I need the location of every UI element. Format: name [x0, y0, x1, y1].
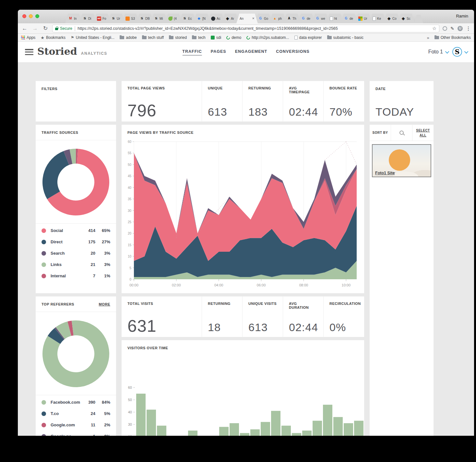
- browser-tab[interactable]: Ac: [208, 14, 225, 23]
- tab-close-icon[interactable]: ✕: [252, 17, 255, 20]
- search-button[interactable]: [391, 125, 412, 141]
- legend-row[interactable]: T.co245%: [42, 408, 110, 419]
- browser-tab[interactable]: S3: [122, 14, 139, 23]
- bookmark-item[interactable]: adobe: [120, 35, 137, 40]
- browser-menu-icon[interactable]: ⋮: [466, 26, 471, 31]
- browser-tab-active[interactable]: An✕: [236, 14, 258, 23]
- reload-button[interactable]: ↻: [42, 25, 49, 32]
- legend-row[interactable]: Social41465%: [42, 225, 110, 236]
- bookmark-star-icon[interactable]: ☆: [432, 26, 436, 31]
- bookmark-item[interactable]: subatomic - basic: [327, 35, 363, 40]
- svg-text:04:00: 04:00: [214, 283, 223, 287]
- svg-text:00:00: 00:00: [129, 283, 138, 287]
- legend-row[interactable]: Links213%: [42, 259, 110, 270]
- address-bar[interactable]: Secure | https://n2ps.storied.co/statist…: [52, 25, 439, 32]
- browser-profile-name[interactable]: Ramin: [456, 14, 468, 18]
- browser-tab[interactable]: SEc: [179, 14, 196, 23]
- close-window-button[interactable]: [22, 14, 26, 18]
- bookmark-item[interactable]: ⚑United States - Engli...: [71, 35, 114, 40]
- avatar[interactable]: S: [452, 47, 462, 57]
- legend-row[interactable]: Search203%: [42, 248, 110, 259]
- back-button[interactable]: ←: [21, 25, 28, 32]
- bookmark-label: tech stuff: [148, 35, 164, 40]
- browser-tab[interactable]: SUr: [108, 14, 125, 23]
- document-icon: [294, 36, 298, 40]
- green-spiral-icon: [226, 35, 231, 40]
- browser-tab[interactable]: Ke: [369, 14, 386, 23]
- legend-label: Google.com: [51, 422, 80, 427]
- extension-pen-icon[interactable]: ✎: [450, 26, 454, 31]
- bookmark-item[interactable]: ★Bookmarks: [41, 35, 65, 40]
- bookmark-item[interactable]: Apps: [21, 35, 35, 40]
- bookmark-item[interactable]: demo: [226, 35, 241, 40]
- browser-tab[interactable]: ◈Co: [384, 14, 400, 23]
- legend-row[interactable]: Facebook.com39084%: [42, 397, 110, 408]
- extension-u-icon[interactable]: U: [458, 26, 463, 31]
- forward-button[interactable]: →: [31, 25, 39, 32]
- sort-by-button[interactable]: SORT BY: [370, 125, 391, 141]
- browser-tab[interactable]: ◈Ar: [222, 14, 239, 23]
- nav-tab-traffic[interactable]: TRAFFIC: [182, 49, 202, 55]
- extension-circle-icon[interactable]: [443, 26, 447, 31]
- browser-tab[interactable]: ht: [327, 14, 343, 23]
- stat-cell: UNIQUE613: [202, 81, 243, 121]
- browser-tab[interactable]: SMi: [151, 14, 168, 23]
- bookmark-item[interactable]: tech: [192, 35, 206, 40]
- browser-tab[interactable]: Ur: [355, 14, 372, 23]
- browser-tab[interactable]: GGo: [255, 14, 272, 23]
- browser-tab[interactable]: ▲ph: [269, 14, 286, 23]
- svg-text:40: 40: [128, 186, 132, 190]
- browser-tab[interactable]: Gwe: [312, 14, 329, 23]
- cube-favicon-icon: [125, 17, 130, 21]
- browser-tab[interactable]: ◆[N: [194, 14, 210, 23]
- bookmarks-overflow-icon[interactable]: »: [427, 35, 429, 40]
- browser-tab[interactable]: MIn: [65, 14, 82, 23]
- nav-tab-pages[interactable]: PAGES: [211, 49, 226, 55]
- other-bookmarks[interactable]: Other Bookmarks: [434, 35, 471, 40]
- project-selector[interactable]: Foto 1: [428, 49, 443, 55]
- bookmark-item[interactable]: tech stuff: [142, 35, 164, 40]
- tab-label: (4: [174, 17, 177, 20]
- doc-favicon-icon: [330, 17, 333, 21]
- diamond-favicon-icon: ◆: [197, 17, 201, 21]
- storied-logo[interactable]: Storied: [37, 46, 77, 57]
- stat-value: 02:44: [289, 106, 318, 118]
- legend-row[interactable]: Google.com112%: [42, 419, 110, 431]
- browser-tab[interactable]: adFo: [94, 14, 111, 23]
- bookmark-item[interactable]: sdi: [211, 35, 221, 40]
- stat-value: 631: [127, 316, 157, 336]
- bookmark-item[interactable]: http://n2ps.subatom...: [246, 35, 289, 40]
- url-text[interactable]: https://n2ps.storied.co/statistics-v2/#/…: [77, 26, 338, 31]
- date-value[interactable]: TODAY: [375, 106, 414, 118]
- tab-label: Ar: [231, 17, 234, 20]
- select-all-button[interactable]: SELECT ALL: [412, 125, 434, 141]
- hamburger-menu-icon[interactable]: [25, 49, 33, 55]
- nav-tab-conversions[interactable]: CONVERSIONS: [276, 49, 309, 55]
- bookmark-item[interactable]: storied: [169, 35, 187, 40]
- storied-favicon-icon: S: [111, 17, 115, 21]
- site-thumbnail-card[interactable]: Foto1 Site: [372, 144, 431, 177]
- browser-tab[interactable]: Gde: [341, 14, 358, 23]
- legend-row[interactable]: Internal71%: [42, 270, 110, 282]
- browser-tab[interactable]: ◈Sc: [398, 14, 415, 23]
- bookmark-item[interactable]: data explorer: [294, 35, 322, 40]
- chevron-down-icon[interactable]: [464, 49, 469, 53]
- svg-text:45: 45: [128, 174, 132, 178]
- more-link[interactable]: MORE: [99, 302, 110, 306]
- stat-value: 613: [208, 106, 227, 118]
- zoom-window-button[interactable]: [35, 14, 39, 18]
- nav-tab-engagement[interactable]: ENGAGEMENT: [235, 49, 268, 55]
- site-thumbnail-label[interactable]: Foto1 Site: [375, 171, 395, 175]
- browser-tab[interactable]: SDB: [137, 14, 153, 23]
- browser-tab[interactable]: SDi: [79, 14, 96, 23]
- browser-tab[interactable]: Gde: [298, 14, 315, 23]
- minimize-window-button[interactable]: [29, 14, 33, 18]
- browser-tab[interactable]: ATh: [284, 14, 301, 23]
- browser-tab[interactable]: (4: [165, 14, 182, 23]
- chevron-down-icon[interactable]: [445, 49, 449, 53]
- legend-row[interactable]: Google.no10%: [42, 431, 110, 436]
- legend-row[interactable]: Direct17527%: [42, 236, 110, 248]
- new-tab-button[interactable]: [414, 15, 423, 23]
- storied-favicon-icon: S: [140, 17, 144, 21]
- legend-label: Social: [51, 228, 80, 233]
